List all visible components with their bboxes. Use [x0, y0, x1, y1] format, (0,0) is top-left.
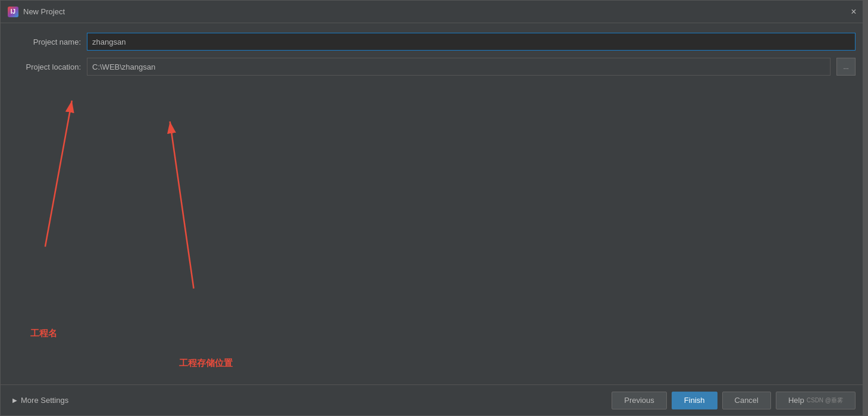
- cancel-button[interactable]: Cancel: [722, 392, 771, 409]
- project-name-input[interactable]: [87, 33, 856, 51]
- project-name-row: Project name:: [12, 33, 856, 51]
- previous-button[interactable]: Previous: [612, 392, 667, 409]
- project-location-label: Project location:: [12, 62, 81, 71]
- more-settings-label: More Settings: [21, 396, 68, 405]
- annotations-area: 工程名 工程存储位置: [12, 83, 856, 375]
- finish-button[interactable]: Finish: [672, 392, 717, 409]
- app-icon: IJ: [8, 7, 18, 17]
- svg-line-2: [45, 101, 72, 247]
- browse-button[interactable]: ...: [836, 58, 856, 76]
- help-button[interactable]: Help CSDN @垂雾: [776, 392, 856, 409]
- svg-line-3: [170, 121, 194, 289]
- project-name-label: Project name:: [12, 37, 81, 46]
- arrows-svg: [12, 83, 856, 375]
- scrollbar[interactable]: [863, 1, 867, 415]
- bottom-bar: ▶ More Settings Previous Finish Cancel H…: [1, 384, 867, 415]
- annotation-project-name: 工程名: [30, 328, 57, 339]
- more-settings-toggle[interactable]: ▶ More Settings: [12, 396, 68, 405]
- dialog-title: New Project: [23, 7, 65, 16]
- chevron-right-icon: ▶: [12, 397, 17, 404]
- project-location-row: Project location: ...: [12, 58, 856, 76]
- project-location-input[interactable]: [87, 58, 831, 76]
- annotation-project-location: 工程存储位置: [179, 358, 233, 369]
- title-bar-left: IJ New Project: [8, 7, 65, 17]
- watermark-text: CSDN @垂雾: [807, 396, 843, 405]
- close-button[interactable]: ×: [847, 5, 860, 18]
- title-bar: IJ New Project ×: [1, 1, 867, 23]
- content-area: Project name: Project location: ...: [1, 23, 867, 384]
- buttons-group: Previous Finish Cancel Help CSDN @垂雾: [612, 392, 856, 409]
- new-project-dialog: IJ New Project × Project name: Project l…: [0, 0, 868, 416]
